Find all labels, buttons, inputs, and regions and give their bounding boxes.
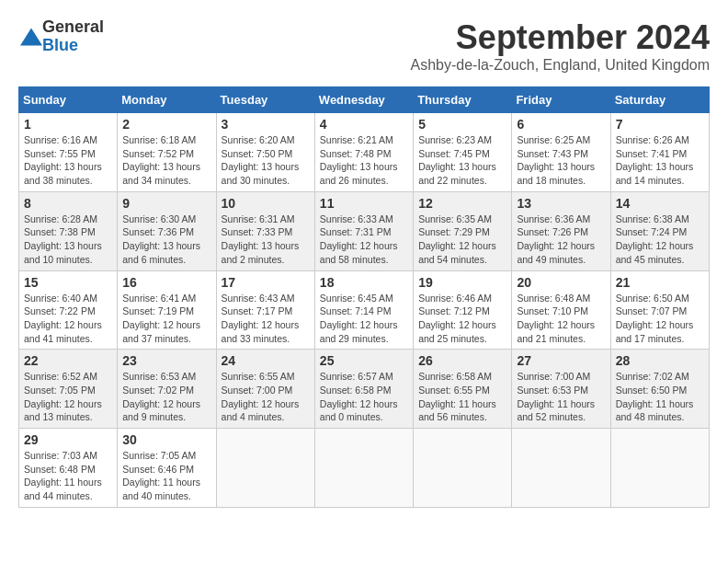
day-detail: Sunrise: 6:25 AM Sunset: 7:43 PM Dayligh… — [517, 133, 605, 188]
day-number: 20 — [517, 275, 605, 290]
col-friday: Friday — [512, 87, 610, 113]
table-row: 29Sunrise: 7:03 AM Sunset: 6:48 PM Dayli… — [19, 429, 118, 508]
table-row: 13Sunrise: 6:36 AM Sunset: 7:26 PM Dayli… — [512, 191, 610, 270]
day-number: 21 — [616, 275, 704, 290]
logo-text: General Blue — [42, 18, 104, 55]
day-detail: Sunrise: 6:28 AM Sunset: 7:38 PM Dayligh… — [24, 213, 112, 267]
day-number: 6 — [517, 117, 605, 132]
month-title: September 2024 — [410, 18, 710, 57]
day-number: 14 — [616, 196, 704, 211]
day-detail: Sunrise: 6:20 AM Sunset: 7:50 PM Dayligh… — [222, 133, 310, 188]
day-detail: Sunrise: 6:45 AM Sunset: 7:14 PM Dayligh… — [320, 292, 408, 346]
table-row: 4Sunrise: 6:21 AM Sunset: 7:48 PM Daylig… — [314, 113, 413, 192]
day-number: 23 — [122, 353, 210, 368]
day-detail: Sunrise: 6:48 AM Sunset: 7:10 PM Dayligh… — [517, 292, 605, 346]
table-row: 1Sunrise: 6:16 AM Sunset: 7:55 PM Daylig… — [19, 113, 118, 192]
calendar-week-5: 29Sunrise: 7:03 AM Sunset: 6:48 PM Dayli… — [19, 429, 710, 508]
day-detail: Sunrise: 6:38 AM Sunset: 7:24 PM Dayligh… — [616, 213, 704, 267]
day-detail: Sunrise: 6:43 AM Sunset: 7:17 PM Dayligh… — [222, 292, 310, 346]
table-row: 6Sunrise: 6:25 AM Sunset: 7:43 PM Daylig… — [512, 113, 610, 192]
col-tuesday: Tuesday — [216, 87, 314, 113]
table-row: 2Sunrise: 6:18 AM Sunset: 7:52 PM Daylig… — [118, 113, 216, 192]
table-row: 27Sunrise: 7:00 AM Sunset: 6:53 PM Dayli… — [512, 350, 610, 429]
day-detail: Sunrise: 6:50 AM Sunset: 7:07 PM Dayligh… — [616, 292, 704, 346]
day-number: 2 — [122, 117, 210, 132]
logo: General Blue — [18, 18, 104, 55]
day-number: 12 — [418, 196, 506, 211]
day-number: 18 — [320, 275, 408, 290]
day-detail: Sunrise: 6:16 AM Sunset: 7:55 PM Dayligh… — [24, 133, 112, 188]
day-number: 15 — [24, 275, 112, 290]
table-row: 7Sunrise: 6:26 AM Sunset: 7:41 PM Daylig… — [610, 113, 709, 192]
day-number: 17 — [222, 275, 310, 290]
table-row: 23Sunrise: 6:53 AM Sunset: 7:02 PM Dayli… — [118, 350, 216, 429]
table-row — [610, 429, 709, 508]
day-detail: Sunrise: 6:57 AM Sunset: 6:58 PM Dayligh… — [320, 370, 408, 424]
table-row: 8Sunrise: 6:28 AM Sunset: 7:38 PM Daylig… — [19, 191, 118, 270]
table-row: 19Sunrise: 6:46 AM Sunset: 7:12 PM Dayli… — [414, 270, 512, 350]
day-detail: Sunrise: 6:23 AM Sunset: 7:45 PM Dayligh… — [418, 133, 506, 188]
col-monday: Monday — [118, 87, 216, 113]
day-detail: Sunrise: 6:30 AM Sunset: 7:36 PM Dayligh… — [122, 213, 210, 267]
day-number: 7 — [616, 117, 704, 132]
table-row: 9Sunrise: 6:30 AM Sunset: 7:36 PM Daylig… — [118, 191, 216, 270]
table-row: 12Sunrise: 6:35 AM Sunset: 7:29 PM Dayli… — [414, 191, 512, 270]
table-row — [414, 429, 512, 508]
calendar-table: Sunday Monday Tuesday Wednesday Thursday… — [18, 86, 710, 508]
table-row: 3Sunrise: 6:20 AM Sunset: 7:50 PM Daylig… — [216, 113, 314, 192]
day-detail: Sunrise: 7:00 AM Sunset: 6:53 PM Dayligh… — [517, 370, 605, 424]
svg-marker-0 — [20, 28, 42, 45]
table-row: 15Sunrise: 6:40 AM Sunset: 7:22 PM Dayli… — [19, 270, 118, 350]
table-row — [512, 429, 610, 508]
table-row: 20Sunrise: 6:48 AM Sunset: 7:10 PM Dayli… — [512, 270, 610, 350]
day-detail: Sunrise: 6:26 AM Sunset: 7:41 PM Dayligh… — [616, 133, 704, 188]
calendar-week-3: 15Sunrise: 6:40 AM Sunset: 7:22 PM Dayli… — [19, 270, 710, 350]
day-number: 5 — [418, 117, 506, 132]
day-detail: Sunrise: 6:21 AM Sunset: 7:48 PM Dayligh… — [320, 133, 408, 188]
day-number: 26 — [418, 353, 506, 368]
calendar-week-1: 1Sunrise: 6:16 AM Sunset: 7:55 PM Daylig… — [19, 113, 710, 192]
day-detail: Sunrise: 6:46 AM Sunset: 7:12 PM Dayligh… — [418, 292, 506, 346]
table-row: 21Sunrise: 6:50 AM Sunset: 7:07 PM Dayli… — [610, 270, 709, 350]
day-number: 4 — [320, 117, 408, 132]
table-row — [216, 429, 314, 508]
day-number: 22 — [24, 353, 112, 368]
day-detail: Sunrise: 6:35 AM Sunset: 7:29 PM Dayligh… — [418, 213, 506, 267]
day-number: 3 — [222, 117, 310, 132]
day-number: 24 — [222, 353, 310, 368]
day-number: 11 — [320, 196, 408, 211]
logo-icon — [20, 28, 42, 46]
table-row: 11Sunrise: 6:33 AM Sunset: 7:31 PM Dayli… — [314, 191, 413, 270]
table-row: 30Sunrise: 7:05 AM Sunset: 6:46 PM Dayli… — [118, 429, 216, 508]
table-row: 5Sunrise: 6:23 AM Sunset: 7:45 PM Daylig… — [414, 113, 512, 192]
col-saturday: Saturday — [610, 87, 709, 113]
table-row: 10Sunrise: 6:31 AM Sunset: 7:33 PM Dayli… — [216, 191, 314, 270]
calendar-week-4: 22Sunrise: 6:52 AM Sunset: 7:05 PM Dayli… — [19, 350, 710, 429]
day-number: 19 — [418, 275, 506, 290]
day-detail: Sunrise: 6:36 AM Sunset: 7:26 PM Dayligh… — [517, 213, 605, 267]
day-detail: Sunrise: 7:03 AM Sunset: 6:48 PM Dayligh… — [24, 449, 112, 503]
day-detail: Sunrise: 6:53 AM Sunset: 7:02 PM Dayligh… — [122, 370, 210, 424]
day-number: 29 — [24, 432, 112, 447]
day-number: 30 — [122, 432, 210, 447]
col-thursday: Thursday — [414, 87, 512, 113]
table-row: 18Sunrise: 6:45 AM Sunset: 7:14 PM Dayli… — [314, 270, 413, 350]
day-detail: Sunrise: 7:02 AM Sunset: 6:50 PM Dayligh… — [616, 370, 704, 424]
table-row: 24Sunrise: 6:55 AM Sunset: 7:00 PM Dayli… — [216, 350, 314, 429]
table-row: 22Sunrise: 6:52 AM Sunset: 7:05 PM Dayli… — [19, 350, 118, 429]
day-number: 25 — [320, 353, 408, 368]
day-number: 16 — [122, 275, 210, 290]
calendar-week-2: 8Sunrise: 6:28 AM Sunset: 7:38 PM Daylig… — [19, 191, 710, 270]
col-wednesday: Wednesday — [314, 87, 413, 113]
day-number: 10 — [222, 196, 310, 211]
day-number: 13 — [517, 196, 605, 211]
table-row: 26Sunrise: 6:58 AM Sunset: 6:55 PM Dayli… — [414, 350, 512, 429]
day-number: 28 — [616, 353, 704, 368]
day-detail: Sunrise: 6:33 AM Sunset: 7:31 PM Dayligh… — [320, 213, 408, 267]
col-sunday: Sunday — [19, 87, 118, 113]
title-section: September 2024 Ashby-de-la-Zouch, Englan… — [410, 18, 710, 74]
day-detail: Sunrise: 6:40 AM Sunset: 7:22 PM Dayligh… — [24, 292, 112, 346]
day-detail: Sunrise: 6:58 AM Sunset: 6:55 PM Dayligh… — [418, 370, 506, 424]
day-detail: Sunrise: 6:41 AM Sunset: 7:19 PM Dayligh… — [122, 292, 210, 346]
day-detail: Sunrise: 6:31 AM Sunset: 7:33 PM Dayligh… — [222, 213, 310, 267]
